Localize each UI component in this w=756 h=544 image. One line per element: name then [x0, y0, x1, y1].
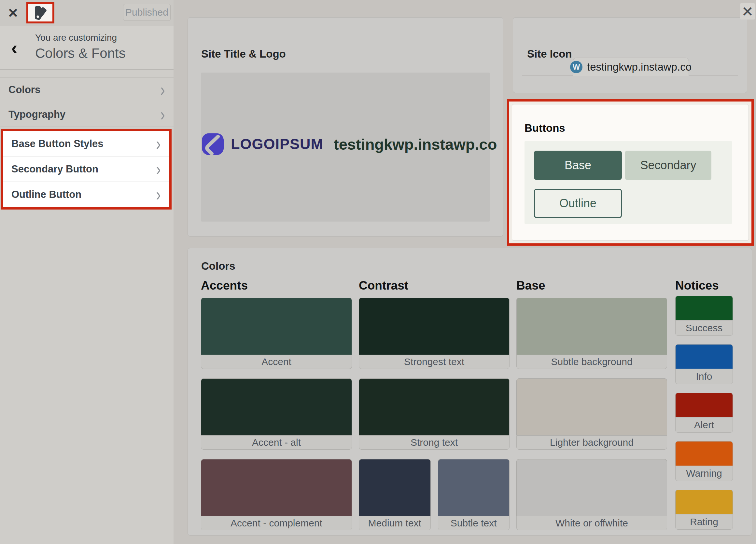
- colors-card: Colors Accents Accent Accent - alt Accen…: [188, 248, 752, 536]
- color-column-base: Base Subtle background Lighter backgroun…: [516, 277, 667, 530]
- swatch-label: Accent - complement: [201, 516, 352, 530]
- swatch-color-block: [675, 393, 733, 417]
- swatch-color-block: [516, 298, 667, 355]
- swatch-pair-row: Medium text Subtle text: [359, 459, 510, 530]
- swatch-color-block: [516, 378, 667, 435]
- published-button[interactable]: Published: [123, 4, 171, 21]
- swatch-label: Lighter background: [516, 435, 667, 450]
- swatch-color-block: [675, 344, 733, 369]
- customizer-icon-annotation: [26, 2, 54, 23]
- sidebar-item-label: Base Button Styles: [11, 138, 104, 150]
- color-swatch-accent-complement: Accent - complement: [201, 459, 352, 530]
- swatch-book-icon: [32, 4, 49, 21]
- swatch-label: Alert: [675, 417, 733, 433]
- customizer-topbar: ✕ Published: [0, 0, 174, 26]
- base-button-preview[interactable]: Base: [534, 151, 622, 180]
- secondary-button-preview[interactable]: Secondary: [625, 151, 711, 180]
- card-heading: Site Icon: [527, 48, 572, 60]
- chevron-right-icon: ›: [156, 186, 161, 204]
- swatch-label: Subtle text: [438, 516, 510, 530]
- panel-title: Colors & Fonts: [35, 46, 174, 61]
- logo-text: LOGOIPSUM: [231, 136, 323, 153]
- buttons-preview-panel: Base Secondary Outline: [525, 141, 732, 224]
- close-customizer-button[interactable]: ✕: [5, 5, 21, 21]
- color-swatch-medium-text: Medium text: [359, 459, 431, 530]
- swatch-label: White or offwhite: [516, 516, 667, 530]
- swatch-label: Strong text: [359, 435, 510, 450]
- sidebar-item-base-button-styles[interactable]: Base Button Styles ›: [3, 131, 169, 157]
- swatch-color-block: [359, 298, 510, 355]
- swatch-label: Rating: [675, 514, 733, 530]
- site-title-logo-card: Site Title & Logo LOGOIPSUM testingkwp.i…: [188, 17, 503, 237]
- panel-header: ‹ You are customizing Colors & Fonts: [0, 26, 174, 70]
- swatch-color-block: [516, 459, 667, 516]
- sidebar-item-label: Secondary Button: [11, 163, 98, 175]
- card-heading: Site Title & Logo: [201, 48, 286, 60]
- site-icon-card: Site Icon W testingkwp.instawp.co: [513, 17, 747, 93]
- swatch-label: Success: [675, 320, 733, 336]
- close-icon: ✕: [7, 6, 19, 21]
- color-swatch-warning: Warning: [675, 441, 733, 481]
- close-preview-button[interactable]: ✕: [740, 3, 755, 20]
- color-swatch-accent-alt: Accent - alt: [201, 378, 352, 450]
- color-swatch-info: Info: [675, 344, 733, 384]
- customizer-menu: Colors › Typography ›: [0, 77, 174, 127]
- swatch-label: Accent - alt: [201, 435, 352, 450]
- outline-button-preview[interactable]: Outline: [534, 189, 622, 218]
- swatch-color-block: [359, 378, 510, 435]
- color-swatch-white-or-offwhite: White or offwhite: [516, 459, 667, 530]
- chevron-right-icon: ›: [156, 160, 161, 178]
- chevron-right-icon: ›: [160, 105, 165, 123]
- back-chevron-icon: ‹: [11, 37, 17, 59]
- sidebar-item-secondary-button[interactable]: Secondary Button ›: [3, 157, 169, 182]
- swatch-color-block: [201, 378, 352, 435]
- swatch-label: Subtle background: [516, 355, 667, 369]
- swatch-color-block: [675, 490, 733, 514]
- column-header: Accents: [201, 277, 352, 294]
- color-swatch-rating: Rating: [675, 490, 733, 530]
- logo-row: LOGOIPSUM testingkwp.instawp.co: [201, 132, 490, 157]
- browser-tab-preview: W testingkwp.instawp.co: [573, 58, 689, 76]
- chevron-right-icon: ›: [160, 81, 165, 99]
- close-icon: ✕: [742, 3, 754, 20]
- color-swatch-alert: Alert: [675, 393, 733, 433]
- wordpress-customizer-screen: ✕ Published ‹ You are customizing Colors: [0, 0, 756, 544]
- back-button[interactable]: ‹: [0, 26, 29, 69]
- color-swatch-success: Success: [675, 296, 733, 336]
- swatch-color-block: [359, 459, 431, 516]
- sidebar-item-label: Outline Button: [11, 189, 81, 201]
- column-header: Contrast: [359, 277, 510, 294]
- sidebar-item-typography[interactable]: Typography ›: [0, 102, 174, 127]
- swatch-color-block: [438, 459, 510, 516]
- swatch-color-block: [675, 296, 733, 320]
- logoipsum-mark-icon: [201, 132, 226, 157]
- logo-preview-box: LOGOIPSUM testingkwp.instawp.co: [201, 73, 490, 222]
- site-icon-tab-url: testingkwp.instawp.co: [587, 61, 692, 73]
- color-swatch-subtle-background: Subtle background: [516, 298, 667, 369]
- swatch-label: Strongest text: [359, 355, 510, 369]
- color-swatch-accent: Accent: [201, 298, 352, 369]
- swatch-label: Info: [675, 369, 733, 384]
- highlighted-menu-annotation: Base Button Styles › Secondary Button › …: [1, 129, 172, 210]
- sidebar-item-label: Colors: [8, 84, 40, 96]
- buttons-card: Buttons Base Secondary Outline: [512, 104, 749, 241]
- swatch-label: Medium text: [359, 516, 431, 530]
- color-swatch-strong-text: Strong text: [359, 378, 510, 450]
- color-column-accents: Accents Accent Accent - alt Accent - com…: [201, 277, 352, 530]
- panel-header-text: You are customizing Colors & Fonts: [29, 26, 174, 69]
- sidebar-item-colors[interactable]: Colors ›: [0, 77, 174, 102]
- color-column-notices: Notices Success Info Alert Warning Ratin…: [675, 277, 733, 530]
- swatch-label: Accent: [201, 355, 352, 369]
- color-swatch-strongest-text: Strongest text: [359, 298, 510, 369]
- column-header: Base: [516, 277, 667, 294]
- swatch-color-block: [201, 298, 352, 355]
- sidebar-item-outline-button[interactable]: Outline Button ›: [3, 182, 169, 207]
- preview-site-title: testingkwp.instawp.co: [334, 135, 497, 153]
- chevron-right-icon: ›: [156, 135, 161, 153]
- sidebar-item-label: Typography: [8, 109, 65, 120]
- swatch-label: Warning: [675, 466, 733, 481]
- card-heading: Buttons: [525, 122, 565, 134]
- customizing-label: You are customizing: [35, 33, 174, 43]
- wordpress-logo-icon: W: [570, 61, 582, 73]
- column-header: Notices: [675, 277, 733, 294]
